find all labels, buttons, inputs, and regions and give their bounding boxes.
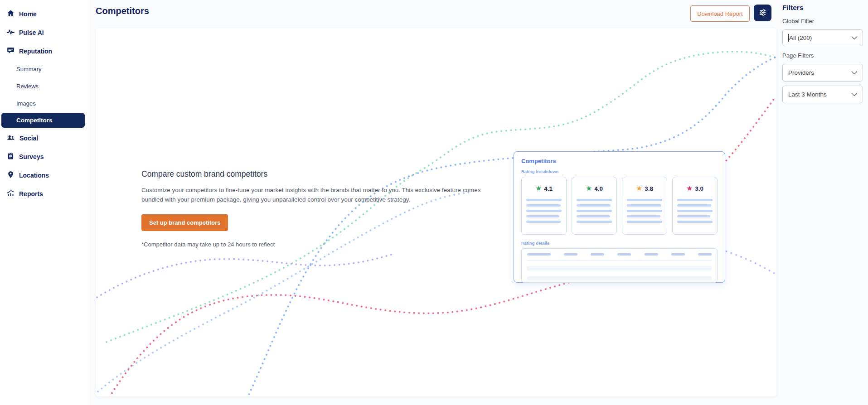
sidebar-item-label: Pulse Ai — [19, 29, 44, 36]
skeleton-line — [627, 221, 662, 223]
preview-title: Competitors — [521, 158, 718, 164]
star-icon: ★ — [636, 185, 642, 192]
sidebar-item-home[interactable]: Home — [0, 5, 89, 23]
chevron-down-icon — [851, 34, 858, 41]
sidebar-item-label: Summary — [16, 66, 42, 72]
skeleton-line — [627, 204, 661, 207]
global-filter-label: Global Filter — [782, 18, 863, 24]
chevron-down-icon — [851, 91, 858, 98]
upsell-content: Compare custom brand competitors Customi… — [141, 169, 486, 248]
sidebar-item-pulse-ai[interactable]: Pulse Ai — [0, 23, 89, 42]
skeleton-line — [627, 199, 662, 201]
skeleton-line — [577, 221, 612, 223]
skeleton-line — [526, 199, 562, 201]
skeleton-header-cell — [698, 253, 712, 256]
sidebar-item-label: Home — [19, 10, 37, 18]
setup-competitors-button[interactable]: Set up brand competitors — [141, 214, 228, 231]
skeleton-line — [677, 215, 710, 217]
sidebar-item-label: Reports — [19, 190, 43, 198]
skeleton-line — [577, 210, 612, 212]
chart-icon — [7, 189, 15, 198]
skeleton-line — [677, 204, 711, 207]
skeleton-row — [527, 276, 712, 280]
rating-card: ★ 4.0 — [572, 177, 617, 235]
sidebar-item-label: Reviews — [16, 83, 39, 90]
skeleton-header-cell — [564, 253, 577, 256]
page-filters-label: Page Filters — [782, 52, 863, 59]
skeleton-line — [526, 215, 559, 217]
providers-select[interactable]: Providers — [782, 64, 863, 82]
text-cursor — [788, 34, 789, 42]
skeleton-line — [677, 221, 713, 223]
page-title: Competitors — [96, 6, 149, 16]
skeleton-line — [577, 199, 612, 201]
date-range-select[interactable]: Last 3 Months — [782, 86, 863, 103]
chat-bubble-icon — [7, 47, 15, 56]
star-icon: ★ — [686, 185, 693, 192]
pulse-icon — [7, 28, 15, 37]
divider — [527, 260, 712, 260]
download-report-button[interactable]: Download Report — [690, 5, 750, 22]
rating-card: ★ 3.8 — [622, 177, 667, 235]
filters-panel: Filters Global Filter All (200) Page Fil… — [782, 0, 863, 103]
skeleton-header-cell — [527, 253, 551, 256]
filter-settings-button[interactable] — [754, 5, 771, 21]
sidebar-item-summary[interactable]: Summary — [0, 60, 89, 77]
skeleton-line — [677, 210, 713, 212]
skeleton-line — [577, 204, 611, 207]
star-icon: ★ — [586, 185, 592, 192]
skeleton-row — [527, 266, 712, 270]
rating-value: 3.8 — [645, 185, 653, 192]
sidebar-item-competitors[interactable]: Competitors — [1, 113, 85, 128]
skeleton-header-cell — [617, 253, 631, 256]
star-icon: ★ — [535, 185, 542, 192]
sidebar: Home Pulse Ai Reputation Summary Reviews… — [0, 0, 89, 405]
sidebar-item-locations[interactable]: Locations — [0, 166, 89, 184]
people-icon — [7, 134, 15, 143]
sliders-icon — [758, 8, 767, 18]
global-filter-value: All (200) — [789, 34, 812, 41]
map-pin-icon — [7, 171, 15, 180]
skeleton-line — [577, 215, 610, 217]
sidebar-item-social[interactable]: Social — [0, 129, 89, 147]
clipboard-icon — [7, 152, 15, 161]
competitor-data-note: *Competitor data may take up to 24 hours… — [141, 241, 486, 248]
rating-breakdown-label: Rating breakdown — [521, 169, 718, 174]
upsell-heading: Compare custom brand competitors — [141, 169, 486, 179]
skeleton-line — [627, 210, 662, 212]
sidebar-item-reputation[interactable]: Reputation — [0, 42, 89, 60]
global-filter-select[interactable]: All (200) — [782, 29, 863, 46]
sidebar-item-images[interactable]: Images — [0, 95, 89, 112]
upsell-description: Customize your competitors to fine-tune … — [141, 185, 486, 204]
skeleton-line — [627, 215, 660, 217]
skeleton-line — [526, 204, 561, 207]
home-icon — [7, 10, 15, 19]
skeleton-header-cell — [671, 253, 685, 256]
chevron-down-icon — [851, 69, 858, 76]
sidebar-item-label: Images — [16, 100, 36, 107]
sidebar-item-label: Surveys — [19, 153, 44, 160]
rating-value: 3.0 — [695, 185, 703, 192]
rating-details-label: Rating details — [521, 241, 718, 246]
rating-details-table-skeleton — [521, 248, 718, 283]
providers-value: Providers — [788, 69, 814, 76]
sidebar-item-label: Reputation — [19, 48, 52, 55]
sidebar-item-reports[interactable]: Reports — [0, 184, 89, 203]
skeleton-line — [526, 210, 562, 212]
skeleton-line — [526, 221, 561, 223]
sidebar-item-surveys[interactable]: Surveys — [0, 147, 89, 166]
skeleton-line — [677, 199, 713, 201]
rating-card: ★ 3.0 — [672, 177, 718, 235]
main-content-card: Compare custom brand competitors Customi… — [96, 28, 776, 396]
sidebar-item-label: Locations — [19, 172, 49, 179]
rating-value: 4.0 — [594, 185, 603, 192]
date-range-value: Last 3 Months — [788, 91, 827, 98]
rating-card: ★ 4.1 — [521, 177, 567, 235]
skeleton-header-cell — [591, 253, 604, 256]
competitors-preview-card: Competitors Rating breakdown ★ 4.1 ★ 4.0 — [514, 151, 725, 283]
sidebar-item-reviews[interactable]: Reviews — [0, 77, 89, 95]
sidebar-item-label: Competitors — [16, 117, 53, 124]
rating-value: 4.1 — [544, 185, 553, 192]
filters-title: Filters — [782, 4, 863, 12]
sidebar-item-label: Social — [19, 135, 38, 142]
